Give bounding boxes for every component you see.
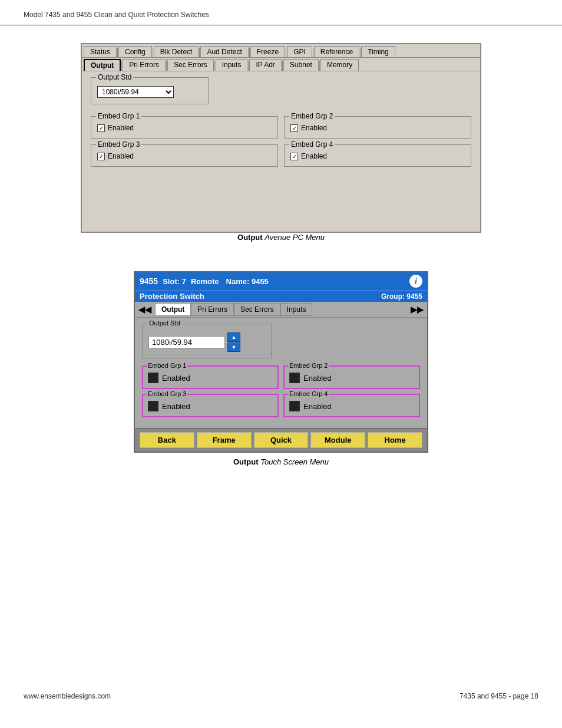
touch-grp2-enabled-label: Enabled [303,374,332,383]
touch-tab-output[interactable]: Output [155,303,191,316]
embed-grp2-enabled-label: Enabled [301,124,327,132]
touch-output-std-group: Output Std ▲ ▼ [142,324,272,358]
embed-grp2-box: Embed Grp 2 ✓ Enabled [284,116,471,139]
touch-frame-button[interactable]: Frame [197,432,252,448]
embed-grp1-label: Embed Grp 1 [96,112,141,120]
tab-blk-detect[interactable]: Blk Detect [154,46,199,57]
touch-spin-down[interactable]: ▼ [227,342,240,352]
footer-website: www.ensembledesigns.com [24,692,111,700]
touch-output-std-input[interactable] [148,336,225,348]
touch-protection-label: Protection Switch [140,292,204,301]
tab-freeze[interactable]: Freeze [250,46,285,57]
tab-memory[interactable]: Memory [320,59,359,71]
touch-embed-grp4-label: Embed Grp 4 [288,390,329,397]
embed-grp3-enabled-label: Enabled [108,152,134,160]
touch-module-button[interactable]: Module [310,432,365,448]
touch-spinners: ▲ ▼ [227,332,240,352]
tab-status[interactable]: Status [84,46,117,57]
touch-embed-grp2: Embed Grp 2 Enabled [283,365,420,389]
embed-grp4-checkbox-row: ✓ Enabled [290,152,465,160]
touch-back-button[interactable]: Back [140,432,194,448]
touch-embed-grp2-label: Embed Grp 2 [288,362,329,369]
embed-grp3-box: Embed Grp 3 ✓ Enabled [91,144,278,167]
tab-gpi[interactable]: GPI [287,46,312,57]
embed-grp3-checkbox[interactable]: ✓ [97,153,105,160]
embed-grp4-enabled-label: Enabled [301,152,327,160]
tab-ip-adr[interactable]: IP Adr [249,59,281,71]
touch-output-std-label: Output Std [147,319,182,327]
touch-panel-body: Output Std ▲ ▼ Embed Grp 1 Enabled [135,318,427,428]
touch-grp4-enabled-label: Enabled [303,402,332,411]
tab-sec-errors[interactable]: Sec Errors [167,59,214,71]
tab-inputs[interactable]: Inputs [216,59,248,71]
touch-embed-grp1: Embed Grp 1 Enabled [142,365,279,389]
touch-remote: Remote [191,277,219,286]
tab-config[interactable]: Config [118,46,152,57]
embed-grp3-label: Embed Grp 3 [96,140,141,149]
touch-quick-button[interactable]: Quick [254,432,309,448]
touch-group-label: Group: 9455 [381,292,422,301]
touch-grp1-enabled-label: Enabled [162,374,190,383]
avenue-caption-italic: Avenue PC Menu [265,233,325,242]
touch-header-top: 9455 Slot: 7 Remote Name: 9455 i [135,272,427,290]
touch-caption-italic: Touch Screen Menu [260,457,329,466]
touch-nav-next[interactable]: ▶▶ [407,304,427,315]
touch-device-id: 9455 [140,276,158,286]
touch-nav-prev[interactable]: ◀◀ [135,304,155,315]
embed-groups-row1: Embed Grp 1 ✓ Enabled Embed Grp 2 ✓ Enab… [91,116,471,139]
touch-grp4-checkbox-row: Enabled [289,401,414,411]
embed-grp4-checkbox[interactable]: ✓ [290,153,298,160]
touch-embed-grp3: Embed Grp 3 Enabled [142,394,279,417]
touch-grp1-checkbox[interactable] [148,373,158,383]
embed-grp2-label: Embed Grp 2 [289,112,335,120]
touch-caption: Output Touch Screen Menu [134,457,428,466]
touch-tab-sec-errors[interactable]: Sec Errors [234,303,280,316]
embed-grp1-checkbox[interactable]: ✓ [97,124,105,132]
output-std-group: Output Std 1080i/59.94 [91,77,209,104]
info-icon: i [409,275,422,288]
tab-pri-errors[interactable]: Pri Errors [123,59,166,71]
touch-grp2-checkbox-row: Enabled [289,373,414,383]
touch-spin-up[interactable]: ▲ [227,332,240,342]
output-std-label: Output Std [96,73,133,81]
touch-slot: Slot: 7 [163,277,186,286]
touch-grp3-enabled-label: Enabled [162,402,190,411]
touch-embed-grp1-label: Embed Grp 1 [147,362,187,369]
tab-timing[interactable]: Timing [361,46,395,57]
touch-embed-grp4: Embed Grp 4 Enabled [283,394,420,417]
embed-groups-row2: Embed Grp 3 ✓ Enabled Embed Grp 4 ✓ Enab… [91,144,471,167]
bottom-tab-bar: Output Pri Errors Sec Errors Inputs IP A… [82,58,480,71]
touch-header-sub: Protection Switch Group: 9455 [135,290,427,302]
touch-home-button[interactable]: Home [368,432,422,448]
embed-grp1-box: Embed Grp 1 ✓ Enabled [91,116,278,139]
touch-tab-bar: ◀◀ Output Pri Errors Sec Errors Inputs ▶… [135,302,427,318]
tab-output[interactable]: Output [84,59,121,71]
output-std-select[interactable]: 1080i/59.94 [97,86,174,98]
avenue-panel-body: Output Std 1080i/59.94 Embed Grp 1 ✓ Ena… [82,71,480,232]
touch-grp4-checkbox[interactable] [289,401,300,411]
avenue-caption-bold: Output [237,233,263,242]
touch-grp3-checkbox[interactable] [148,401,158,411]
touch-tab-inputs[interactable]: Inputs [280,303,313,316]
tab-subnet[interactable]: Subnet [283,59,319,71]
top-tab-bar: Status Config Blk Detect Aud Detect Free… [82,44,480,58]
touch-grp3-checkbox-row: Enabled [148,401,273,411]
embed-grp2-checkbox[interactable]: ✓ [290,124,298,132]
touch-screen-panel: 9455 Slot: 7 Remote Name: 9455 i Protect… [134,271,428,453]
embed-grp4-label: Embed Grp 4 [289,140,335,149]
embed-grp3-checkbox-row: ✓ Enabled [97,152,272,160]
tab-reference[interactable]: Reference [314,46,359,57]
footer-page-info: 7435 and 9455 - page 18 [459,692,538,700]
page-footer: www.ensembledesigns.com 7435 and 9455 - … [0,692,562,700]
avenue-caption: Output Avenue PC Menu [81,233,481,242]
touch-tab-pri-errors[interactable]: Pri Errors [191,303,234,316]
tab-aud-detect[interactable]: Aud Detect [200,46,248,57]
avenue-pc-panel: Status Config Blk Detect Aud Detect Free… [81,43,481,233]
page-title: Model 7435 and 9455 Clean and Quiet Prot… [24,11,209,19]
embed-grp1-checkbox-row: ✓ Enabled [97,124,272,132]
touch-name: Name: 9455 [226,277,269,286]
touch-caption-bold: Output [233,457,259,466]
touch-grp2-checkbox[interactable] [289,373,300,383]
embed-grp4-box: Embed Grp 4 ✓ Enabled [284,144,471,167]
embed-grp1-enabled-label: Enabled [108,124,134,132]
